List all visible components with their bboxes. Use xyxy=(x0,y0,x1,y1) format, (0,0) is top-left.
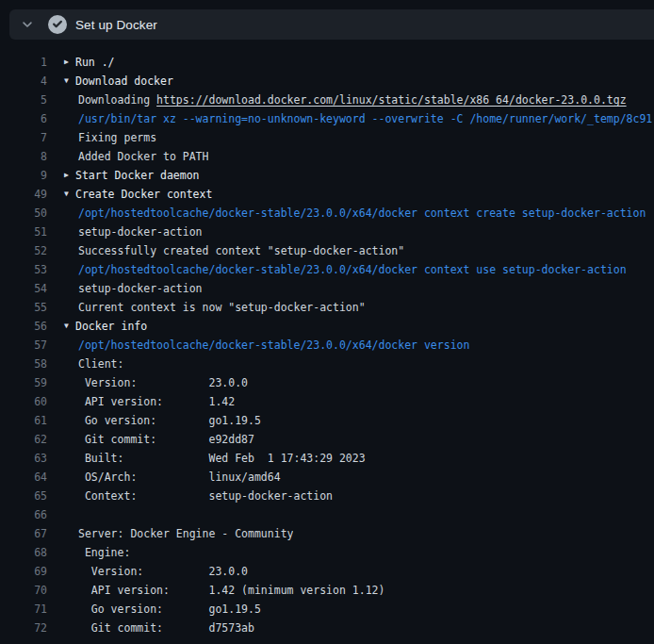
log-row: 72 Git commit: d7573ab xyxy=(0,619,654,637)
log-text: Server: Docker Engine - Community xyxy=(78,524,293,543)
chevron-down-icon[interactable] xyxy=(19,16,36,33)
log-line: Current context is now "setup-docker-act… xyxy=(47,298,366,317)
log-group-title[interactable]: Docker info xyxy=(75,317,147,336)
line-number[interactable]: 52 xyxy=(0,241,47,260)
step-title: Set up Docker xyxy=(75,18,157,32)
log-group-title[interactable]: Start Docker daemon xyxy=(75,166,200,185)
chevron-collapsed-icon[interactable]: ▶ xyxy=(64,166,75,185)
log-row: 65 Context: setup-docker-action xyxy=(0,487,654,505)
line-number[interactable]: 70 xyxy=(0,581,47,600)
log-text: Added Docker to PATH xyxy=(78,147,208,166)
log-text: Built: Wed Feb 1 17:43:29 2023 xyxy=(78,449,366,468)
line-number[interactable]: 67 xyxy=(0,524,47,543)
log-group-title[interactable]: Create Docker context xyxy=(75,185,212,204)
log-row: 64 OS/Arch: linux/amd64 xyxy=(0,468,654,487)
log-line: Fixing perms xyxy=(47,128,156,147)
step-header[interactable]: Set up Docker xyxy=(9,9,654,40)
log-viewer: 1▶Run ./4▼Download docker5Downloading ht… xyxy=(0,40,654,637)
line-number[interactable]: 55 xyxy=(0,298,47,317)
log-text: Engine: xyxy=(78,543,130,562)
log-row: 58Client: xyxy=(0,355,654,373)
line-number[interactable]: 71 xyxy=(0,600,47,619)
log-row: 7Fixing perms xyxy=(0,128,654,147)
line-number[interactable]: 72 xyxy=(0,619,47,637)
log-group-header[interactable]: ▶Start Docker daemon xyxy=(47,166,200,185)
log-line: Engine: xyxy=(47,543,130,562)
line-number[interactable]: 68 xyxy=(0,543,47,562)
log-line: Go version: go1.19.5 xyxy=(47,600,261,619)
log-row: 61 Go version: go1.19.5 xyxy=(0,411,654,430)
line-number[interactable]: 49 xyxy=(0,185,47,204)
line-number[interactable]: 64 xyxy=(0,468,47,487)
line-number[interactable]: 51 xyxy=(0,223,47,241)
log-row: 63 Built: Wed Feb 1 17:43:29 2023 xyxy=(0,449,654,468)
log-group-header[interactable]: ▼Download docker xyxy=(47,72,173,91)
line-number[interactable]: 50 xyxy=(0,204,47,223)
log-text: Go version: go1.19.5 xyxy=(78,600,261,619)
line-number[interactable]: 58 xyxy=(0,355,47,373)
line-number[interactable]: 57 xyxy=(0,336,47,355)
line-number[interactable]: 4 xyxy=(0,72,47,91)
log-line: setup-docker-action xyxy=(47,223,203,241)
chevron-expanded-icon[interactable]: ▼ xyxy=(64,317,75,336)
log-text: setup-docker-action xyxy=(78,223,203,241)
log-line: Successfully created context "setup-dock… xyxy=(47,241,404,260)
log-text: Client: xyxy=(78,355,123,373)
line-number[interactable]: 61 xyxy=(0,411,47,430)
log-command-text: /usr/bin/tar xz --warning=no-unknown-key… xyxy=(78,109,652,128)
log-row: 57/opt/hostedtoolcache/docker-stable/23.… xyxy=(0,336,654,355)
log-line: /usr/bin/tar xz --warning=no-unknown-key… xyxy=(47,109,652,128)
line-number[interactable]: 1 xyxy=(0,53,47,72)
log-line: Downloading https://download.docker.com/… xyxy=(47,91,627,109)
log-text: setup-docker-action xyxy=(78,279,203,298)
log-link[interactable]: https://download.docker.com/linux/static… xyxy=(156,91,627,109)
log-row: 60 API version: 1.42 xyxy=(0,392,654,411)
log-text: Current context is now "setup-docker-act… xyxy=(78,298,366,317)
line-number[interactable]: 8 xyxy=(0,147,47,166)
line-number[interactable]: 54 xyxy=(0,279,47,298)
log-group-header[interactable]: ▼Create Docker context xyxy=(47,185,212,204)
log-text: Git commit: d7573ab xyxy=(78,619,254,637)
log-row: 9▶Start Docker daemon xyxy=(0,166,654,185)
line-number[interactable]: 53 xyxy=(0,260,47,279)
chevron-expanded-icon[interactable]: ▼ xyxy=(64,185,75,204)
log-text: API version: 1.42 xyxy=(78,392,235,411)
log-row: 52Successfully created context "setup-do… xyxy=(0,241,654,260)
log-row: 55Current context is now "setup-docker-a… xyxy=(0,298,654,317)
line-number[interactable]: 5 xyxy=(0,91,47,109)
log-command-text: /opt/hostedtoolcache/docker-stable/23.0.… xyxy=(78,204,646,223)
log-group-header[interactable]: ▶Run ./ xyxy=(47,53,115,72)
log-group-title[interactable]: Run ./ xyxy=(75,53,115,72)
log-line: Context: setup-docker-action xyxy=(47,487,333,505)
log-row: 67Server: Docker Engine - Community xyxy=(0,524,654,543)
line-number[interactable]: 7 xyxy=(0,128,47,147)
line-number[interactable]: 63 xyxy=(0,449,47,468)
log-row: 54setup-docker-action xyxy=(0,279,654,298)
line-number[interactable]: 60 xyxy=(0,392,47,411)
line-number[interactable]: 6 xyxy=(0,109,47,128)
log-text: Fixing perms xyxy=(78,128,156,147)
line-number[interactable]: 56 xyxy=(0,317,47,336)
log-group-header[interactable]: ▼Docker info xyxy=(47,317,147,336)
line-number[interactable]: 65 xyxy=(0,487,47,505)
line-number[interactable]: 69 xyxy=(0,562,47,581)
log-line: /opt/hostedtoolcache/docker-stable/23.0.… xyxy=(47,260,627,279)
log-line: setup-docker-action xyxy=(47,279,203,298)
line-number[interactable]: 59 xyxy=(0,373,47,392)
log-row: 56▼Docker info xyxy=(0,317,654,336)
log-row: 5Downloading https://download.docker.com… xyxy=(0,91,654,109)
chevron-expanded-icon[interactable]: ▼ xyxy=(64,72,75,91)
chevron-collapsed-icon[interactable]: ▶ xyxy=(64,53,75,72)
log-row: 59 Version: 23.0.0 xyxy=(0,373,654,392)
log-line: Built: Wed Feb 1 17:43:29 2023 xyxy=(47,449,366,468)
line-number[interactable]: 66 xyxy=(0,505,47,524)
line-number[interactable]: 62 xyxy=(0,430,47,449)
line-number[interactable]: 9 xyxy=(0,166,47,185)
log-text: API version: 1.42 (minimum version 1.12) xyxy=(78,581,384,600)
log-row: 62 Git commit: e92dd87 xyxy=(0,430,654,449)
log-group-title[interactable]: Download docker xyxy=(75,72,173,91)
log-command-text: /opt/hostedtoolcache/docker-stable/23.0.… xyxy=(78,260,627,279)
log-text: Version: 23.0.0 xyxy=(78,373,248,392)
log-text: OS/Arch: linux/amd64 xyxy=(78,468,281,487)
log-line: API version: 1.42 xyxy=(47,392,235,411)
